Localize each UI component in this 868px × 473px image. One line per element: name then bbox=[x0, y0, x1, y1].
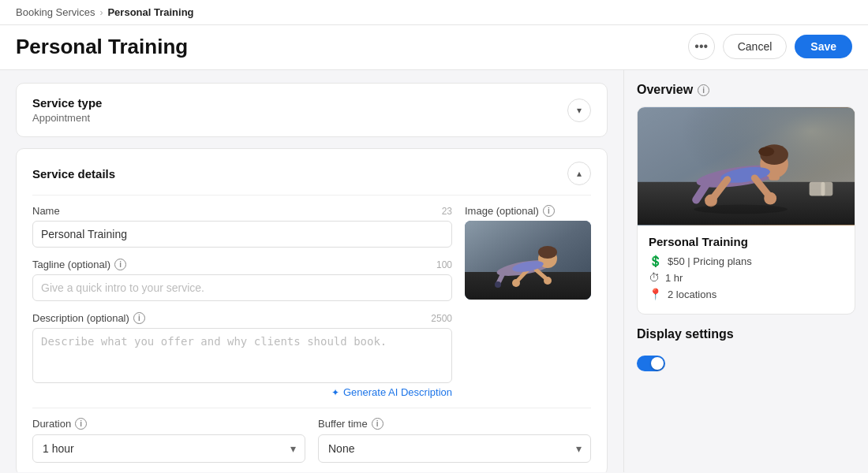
duration-label: Duration bbox=[32, 418, 71, 430]
overview-duration: 1 hr bbox=[665, 272, 683, 284]
description-textarea[interactable] bbox=[32, 328, 452, 383]
name-input[interactable] bbox=[32, 221, 452, 248]
tagline-form-group: Tagline (optional) i 100 bbox=[32, 259, 452, 301]
toggle-knob bbox=[651, 357, 664, 370]
service-type-toggle[interactable]: ▾ bbox=[567, 99, 591, 122]
tagline-label-row: Tagline (optional) i 100 bbox=[32, 259, 452, 270]
sidebar: Overview i bbox=[623, 70, 868, 472]
svg-point-9 bbox=[544, 277, 552, 285]
overview-price-row: 💲 $50 | Pricing plans bbox=[649, 255, 844, 267]
overview-title: Overview i bbox=[637, 83, 855, 97]
cancel-button[interactable]: Cancel bbox=[723, 34, 788, 59]
overview-hero-svg bbox=[638, 107, 855, 225]
breadcrumb-current: Personal Training bbox=[107, 6, 193, 18]
buffer-label: Buffer time bbox=[318, 418, 368, 430]
overview-card: Personal Training 💲 $50 | Pricing plans … bbox=[637, 106, 855, 315]
svg-rect-30 bbox=[821, 182, 832, 196]
overview-locations: 2 locations bbox=[668, 289, 716, 300]
image-label-row: Image (optional) i bbox=[465, 205, 591, 217]
main-content: Service type Appointment ▾ Service detai… bbox=[0, 70, 623, 472]
buffer-group: Buffer time i None 5 minutes 10 minutes … bbox=[318, 418, 591, 463]
service-type-card: Service type Appointment ▾ bbox=[16, 83, 608, 137]
top-bar: Booking Services › Personal Training bbox=[0, 0, 868, 25]
header-actions: ••• Cancel Save bbox=[688, 33, 852, 60]
description-label: Description (optional) bbox=[32, 312, 129, 324]
ai-description-label: Generate AI Description bbox=[343, 386, 452, 398]
service-type-header: Service type Appointment ▾ bbox=[32, 96, 591, 124]
overview-info: Personal Training 💲 $50 | Pricing plans … bbox=[638, 225, 855, 314]
description-info-icon[interactable]: i bbox=[133, 312, 145, 324]
overview-duration-row: ⏱ 1 hr bbox=[649, 271, 844, 284]
breadcrumb: Booking Services › Personal Training bbox=[16, 6, 194, 18]
image-label: Image (optional) bbox=[465, 205, 539, 217]
svg-point-20 bbox=[758, 147, 774, 156]
image-info-icon[interactable]: i bbox=[543, 205, 555, 217]
buffer-label-row: Buffer time i bbox=[318, 418, 591, 430]
svg-rect-21 bbox=[769, 174, 780, 181]
duration-divider bbox=[32, 408, 591, 408]
image-upload-area: Image (optional) i bbox=[465, 205, 591, 300]
svg-point-26 bbox=[764, 192, 776, 205]
duration-select[interactable]: 30 minutes 1 hour 1.5 hours 2 hours bbox=[32, 434, 305, 463]
chevron-down-icon: ▾ bbox=[577, 105, 582, 116]
description-char-count: 2500 bbox=[431, 313, 452, 324]
service-type-subtitle: Appointment bbox=[32, 112, 102, 124]
buffer-info-icon[interactable]: i bbox=[372, 418, 383, 430]
overview-title-text: Overview bbox=[637, 83, 693, 97]
breadcrumb-parent[interactable]: Booking Services bbox=[16, 6, 95, 18]
display-toggle[interactable] bbox=[637, 356, 665, 371]
tagline-label: Tagline (optional) bbox=[32, 259, 110, 270]
chevron-up-icon: ▴ bbox=[577, 168, 582, 179]
svg-point-25 bbox=[705, 195, 717, 207]
name-form-group: Name 23 bbox=[32, 205, 452, 248]
service-details-title: Service details bbox=[32, 167, 115, 181]
page-title: Personal Training bbox=[16, 35, 188, 59]
display-settings-section: Display settings bbox=[637, 327, 855, 378]
name-label-row: Name 23 bbox=[32, 205, 452, 217]
layout: Service type Appointment ▾ Service detai… bbox=[0, 70, 868, 472]
sparkle-icon: ✦ bbox=[331, 387, 339, 398]
breadcrumb-separator: › bbox=[99, 7, 103, 18]
overview-locations-row: 📍 2 locations bbox=[649, 288, 844, 300]
service-type-title: Service type bbox=[32, 96, 102, 110]
buffer-select-wrapper: None 5 minutes 10 minutes 15 minutes 30 … bbox=[318, 434, 591, 463]
service-image-svg bbox=[465, 221, 591, 300]
duration-label-row: Duration i bbox=[32, 418, 305, 430]
ai-description-link[interactable]: ✦ Generate AI Description bbox=[32, 386, 452, 398]
tagline-char-count: 100 bbox=[436, 259, 452, 270]
description-form-group: Description (optional) i 2500 ✦ Generate… bbox=[32, 312, 452, 398]
svg-point-8 bbox=[512, 279, 520, 287]
overview-hero-image bbox=[638, 107, 855, 225]
svg-point-5 bbox=[538, 246, 557, 259]
name-char-count: 23 bbox=[442, 206, 452, 217]
main-header: Personal Training ••• Cancel Save bbox=[0, 25, 868, 70]
svg-point-31 bbox=[694, 204, 788, 214]
name-image-row: Name 23 Tagline (optional) i 100 bbox=[32, 205, 591, 398]
image-preview[interactable] bbox=[465, 221, 591, 300]
tagline-input[interactable] bbox=[32, 274, 452, 301]
service-details-toggle[interactable]: ▴ bbox=[567, 162, 591, 185]
duration-group: Duration i 30 minutes 1 hour 1.5 hours 2… bbox=[32, 418, 305, 463]
overview-info-icon[interactable]: i bbox=[698, 84, 709, 96]
more-button[interactable]: ••• bbox=[688, 33, 715, 60]
clock-icon: ⏱ bbox=[649, 271, 660, 284]
tagline-info-icon[interactable]: i bbox=[114, 259, 126, 270]
name-label: Name bbox=[32, 205, 60, 217]
service-type-text: Service type Appointment bbox=[32, 96, 102, 124]
service-details-card: Service details ▴ Name 23 bbox=[16, 148, 608, 472]
overview-section: Overview i bbox=[637, 83, 855, 315]
display-settings-toggle-row bbox=[637, 349, 855, 378]
svg-point-11 bbox=[495, 281, 501, 288]
section-divider bbox=[32, 195, 591, 196]
overview-service-name: Personal Training bbox=[649, 235, 844, 248]
description-label-row: Description (optional) i 2500 bbox=[32, 312, 452, 324]
duration-select-wrapper: 30 minutes 1 hour 1.5 hours 2 hours bbox=[32, 434, 305, 463]
duration-info-icon[interactable]: i bbox=[75, 418, 87, 430]
name-column: Name 23 Tagline (optional) i 100 bbox=[32, 205, 452, 398]
save-button[interactable]: Save bbox=[795, 35, 852, 58]
overview-price: $50 | Pricing plans bbox=[668, 255, 752, 267]
display-settings-title: Display settings bbox=[637, 327, 855, 341]
svg-rect-2 bbox=[465, 272, 591, 300]
location-icon: 📍 bbox=[649, 288, 662, 300]
buffer-select[interactable]: None 5 minutes 10 minutes 15 minutes 30 … bbox=[318, 434, 591, 463]
